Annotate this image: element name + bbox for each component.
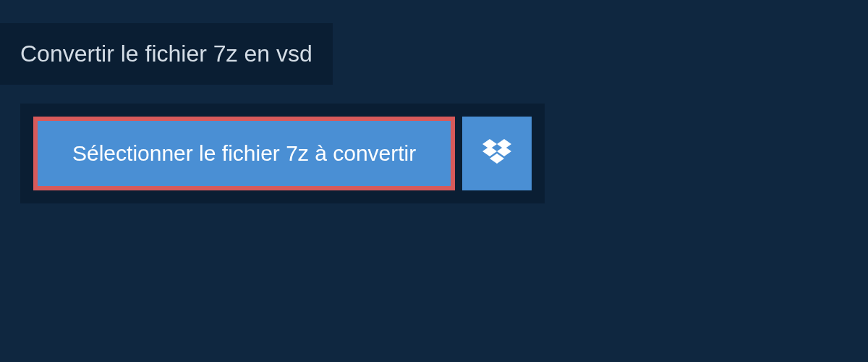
- select-file-label: Sélectionner le fichier 7z à convertir: [72, 141, 416, 166]
- page-title: Convertir le fichier 7z en vsd: [0, 23, 333, 85]
- dropbox-button[interactable]: [462, 117, 532, 190]
- select-file-button[interactable]: Sélectionner le fichier 7z à convertir: [33, 117, 455, 190]
- page-title-text: Convertir le fichier 7z en vsd: [20, 41, 312, 67]
- dropbox-icon: [482, 139, 511, 168]
- upload-panel: Sélectionner le fichier 7z à convertir: [20, 104, 545, 203]
